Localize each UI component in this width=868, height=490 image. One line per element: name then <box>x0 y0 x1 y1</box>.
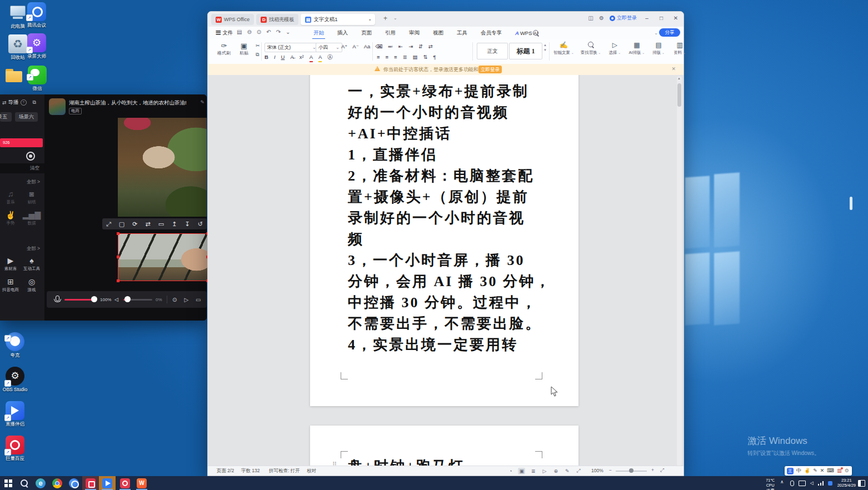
increase-font-icon[interactable]: A⁺ <box>341 43 347 49</box>
see-all-link[interactable]: 全部 > <box>0 246 44 252</box>
ime-pen-icon[interactable]: ✎ <box>813 466 817 476</box>
expand-icon[interactable]: ⤢ <box>106 218 111 229</box>
scroll-up-icon[interactable]: ▲ <box>677 77 681 80</box>
desktop-icon-quark-browser[interactable]: 夸克 <box>6 332 24 359</box>
style-body[interactable]: 正文 <box>477 43 508 59</box>
strikethrough-icon[interactable]: A̶ <box>290 54 293 61</box>
rail-item-games[interactable]: ◎游戏 <box>21 277 42 293</box>
ribbon-search-icon[interactable] <box>533 30 538 36</box>
style-heading1[interactable]: 标题 1 <box>509 43 542 59</box>
justify-icon[interactable]: ≣ <box>403 54 407 60</box>
resize-handle[interactable] <box>117 279 119 282</box>
tab-list-chevron-icon[interactable]: ⌄ <box>393 16 397 21</box>
taskbar-quark[interactable] <box>66 476 82 490</box>
taskbar-live-companion[interactable] <box>99 476 116 490</box>
preview-video-main[interactable] <box>118 118 207 217</box>
tool-find-replace[interactable]: 查找替换 <box>581 41 601 56</box>
shading-icon[interactable]: ▤ <box>413 54 418 60</box>
zoom-slider-knob[interactable] <box>629 468 633 473</box>
selected-source-bar[interactable]: 926 <box>0 138 43 147</box>
ime-close-icon[interactable]: ✕ <box>820 466 825 476</box>
monitor-volume-knob[interactable] <box>124 296 131 302</box>
save-icon[interactable]: ▤ <box>237 29 242 35</box>
tool-smart-copy[interactable]: ✍智能文案 <box>553 41 574 56</box>
desktop-icon-wechat[interactable]: 微信 <box>28 66 47 92</box>
doc-scrollbar[interactable]: ▲ <box>677 76 682 466</box>
undo-icon[interactable]: ↶ <box>266 29 271 35</box>
maximize-button[interactable]: □ <box>657 15 666 21</box>
more-icon[interactable]: ⌄ <box>286 29 290 35</box>
highlight-icon[interactable]: A <box>318 54 322 61</box>
action-center-icon[interactable] <box>858 480 865 487</box>
resize-handle[interactable] <box>117 256 119 258</box>
indent-icon[interactable]: ⇥ <box>408 43 413 49</box>
bullet-list-icon[interactable]: ≔ <box>377 43 382 49</box>
document-page-1[interactable]: 一，实景+绿布+提前录制好的一个小时的音视频+AI+中控插话1，直播伴侣2，准备… <box>310 75 578 406</box>
zoom-value[interactable]: 100% <box>591 468 603 473</box>
ime-mode-cn[interactable]: 中 <box>796 466 801 476</box>
notice-close-icon[interactable]: ✕ <box>671 66 676 72</box>
taskbar-baiying[interactable] <box>117 476 133 490</box>
tray-network-icon[interactable] <box>818 481 824 486</box>
para-mark-icon[interactable]: ¶ <box>433 54 436 60</box>
change-case-icon[interactable]: Aa <box>364 43 371 49</box>
rail-item-ecommerce[interactable]: ⊞抖音电商 <box>0 277 21 293</box>
tray-speaker-icon[interactable]: ◁ <box>810 481 814 486</box>
layer-down-icon[interactable]: ↧ <box>184 218 189 229</box>
document-page-2[interactable]: ⠿ 盘+时钟+跑马灯 <box>310 426 578 467</box>
page-view-icon[interactable]: ▣ <box>518 468 525 474</box>
play-icon[interactable]: ▷ <box>542 468 548 474</box>
format-painter-button[interactable]: ✑ 格式刷 <box>214 42 233 56</box>
fit-page-icon[interactable]: ⤢ <box>576 467 582 474</box>
scene-tab-1[interactable]: 场景五 <box>0 112 12 122</box>
fullscreen-icon[interactable]: ⤢ <box>660 467 664 473</box>
desktop-icon-folder[interactable] <box>4 66 23 84</box>
monitor-speaker-icon[interactable]: ◁ <box>114 297 118 302</box>
bold-icon[interactable]: B <box>265 54 268 61</box>
spellcheck-status[interactable]: 拼写检查: 打开 <box>269 468 300 474</box>
minimize-button[interactable]: – <box>642 15 651 21</box>
edge-panel-handle[interactable] <box>850 197 852 210</box>
switch-icon[interactable]: ⇄ <box>2 100 7 106</box>
desktop-icon-meeting-app[interactable]: 腾讯会议 <box>27 2 46 29</box>
ribbon-tab-会员专享[interactable]: 会员专享 <box>480 28 503 38</box>
rail-item-sticker[interactable]: ◙贴纸 <box>21 189 42 205</box>
file-menu[interactable]: ☰ 文件 <box>216 29 233 37</box>
scrollbar-thumb[interactable] <box>677 83 681 107</box>
microphone-icon[interactable] <box>56 296 59 301</box>
char-border-icon[interactable]: Ⓐ <box>327 54 333 61</box>
tray-display-icon[interactable] <box>799 481 806 486</box>
cpu-temp-widget[interactable]: 71℃ CPU温度 <box>766 478 775 490</box>
record-icon[interactable]: ▷ <box>184 297 188 303</box>
fullscreen-icon[interactable]: ▢ <box>119 218 124 229</box>
edit-mode-icon[interactable]: ✎ <box>564 468 571 474</box>
decrease-font-icon[interactable]: A⁻ <box>352 43 358 49</box>
ribbon-tab-审阅[interactable]: 审阅 <box>408 28 421 38</box>
crop-icon[interactable]: ▭ <box>158 218 164 229</box>
collapse-ribbon-icon[interactable]: ⌄ <box>654 31 658 36</box>
ime-logo[interactable]: 王 <box>787 468 794 474</box>
taskbar-edge[interactable]: e <box>32 476 49 490</box>
proofread-button[interactable]: 校对 <box>307 468 316 474</box>
superscript-icon[interactable]: x² <box>300 54 304 61</box>
number-list-icon[interactable]: ≕ <box>388 43 393 49</box>
rail-item-music[interactable]: ♫音乐 <box>0 189 21 205</box>
mic-volume-knob[interactable] <box>91 296 97 302</box>
align-left-icon[interactable]: ≡ <box>377 54 380 60</box>
outline-icon[interactable]: ≣ <box>530 468 537 474</box>
room-thumbnail[interactable] <box>49 98 66 115</box>
style-gallery-spinner[interactable]: ▲▼ <box>543 43 547 52</box>
print-icon[interactable]: ⊖ <box>247 29 251 35</box>
wps-tab-3[interactable]: ▤文字文稿1• <box>301 14 375 25</box>
taskbar-start-button[interactable] <box>0 476 16 490</box>
copy-icon[interactable]: ⧉ <box>256 52 260 58</box>
paste-button[interactable]: ▣ 粘贴 <box>235 42 253 56</box>
see-all-link[interactable]: 全部 > <box>0 179 44 186</box>
mic-volume-slider[interactable] <box>64 299 93 301</box>
taskbar-red-app[interactable] <box>82 476 99 490</box>
align-center-icon[interactable]: ≡ <box>386 54 389 60</box>
print-preview-icon[interactable]: ⊙ <box>257 29 261 35</box>
word-count[interactable]: 字数 132 <box>241 468 260 474</box>
underline-icon[interactable]: U <box>281 54 285 61</box>
new-tab-button[interactable]: + <box>383 14 387 22</box>
